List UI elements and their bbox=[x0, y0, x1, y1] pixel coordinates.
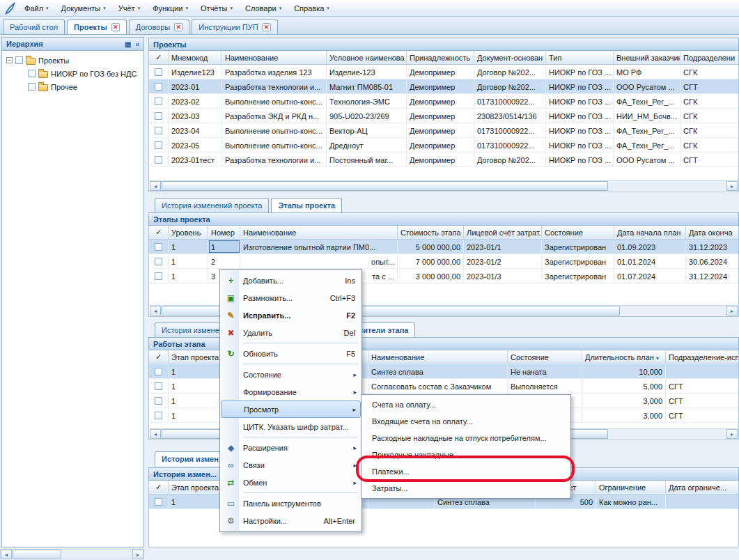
table-row[interactable]: 2023-01тестРазработка технологии и...Пос… bbox=[149, 153, 739, 167]
stage-tab[interactable]: История изменений проекта bbox=[155, 198, 269, 212]
table-row[interactable]: 12опыт...7 000 000,002023-01/2Зарегистри… bbox=[149, 254, 739, 269]
context-menu-item[interactable]: ✖УдалитьDel bbox=[221, 324, 361, 341]
column-header[interactable]: Мнемокод bbox=[169, 51, 222, 64]
main-tab[interactable]: Договоры✕ bbox=[129, 20, 189, 34]
menubar-item[interactable]: Отчёты▾ bbox=[194, 1, 239, 15]
context-menu-item[interactable]: ▣Размножить...Ctrl+F3 bbox=[221, 289, 361, 306]
menubar-item[interactable]: Словари▾ bbox=[239, 1, 288, 15]
context-menu-item[interactable]: ◆Расширения▸ bbox=[221, 439, 361, 456]
scroll-left-icon[interactable]: ◂ bbox=[150, 306, 161, 316]
row-checkbox[interactable] bbox=[155, 382, 162, 390]
context-menu-item[interactable]: Состояние▸ bbox=[221, 366, 361, 383]
stage-tab[interactable]: Этапы проекта bbox=[271, 198, 342, 212]
column-header[interactable]: Наименование bbox=[222, 51, 327, 64]
scroll-right-icon[interactable]: ▸ bbox=[726, 181, 738, 191]
column-header[interactable]: Документ-основан bbox=[474, 51, 546, 64]
scroll-left-icon[interactable]: ◂ bbox=[150, 181, 161, 191]
column-header[interactable]: Дата начала план bbox=[614, 226, 686, 239]
column-header[interactable]: Состояние bbox=[542, 226, 614, 239]
row-checkbox[interactable] bbox=[155, 127, 162, 134]
column-header[interactable]: Внешний заказчик bbox=[614, 51, 680, 64]
grid-icon[interactable]: ▦ bbox=[125, 40, 131, 48]
context-menu-item[interactable]: ⇄Обмен▸ bbox=[221, 474, 361, 491]
row-checkbox[interactable] bbox=[155, 98, 162, 105]
column-header[interactable]: Состояние bbox=[508, 350, 582, 364]
tree-expander-icon[interactable]: − bbox=[6, 57, 13, 63]
row-checkbox[interactable] bbox=[155, 112, 162, 120]
row-checkbox[interactable] bbox=[155, 156, 162, 164]
scrollbar-thumb[interactable] bbox=[162, 181, 608, 191]
row-checkbox[interactable] bbox=[155, 498, 162, 506]
close-icon[interactable]: ✕ bbox=[263, 23, 271, 31]
submenu-item[interactable]: Платежи... bbox=[362, 463, 570, 480]
context-menu-item[interactable]: Формирование▸ bbox=[221, 383, 361, 400]
column-header[interactable]: Номер bbox=[208, 226, 240, 239]
column-header[interactable]: Наименование bbox=[240, 226, 398, 239]
scroll-right-icon[interactable]: ▸ bbox=[726, 306, 738, 316]
table-row[interactable]: 2023-02Выполнение опытно-конс...Технолог… bbox=[149, 94, 739, 109]
context-menu-item[interactable]: ЦИТК. Указать шифр затрат... bbox=[221, 418, 361, 435]
context-menu-item[interactable]: ∞Связи▸ bbox=[221, 456, 361, 474]
row-checkbox[interactable] bbox=[155, 243, 162, 251]
row-checkbox[interactable] bbox=[155, 83, 162, 91]
scroll-right-icon[interactable]: ▸ bbox=[132, 550, 143, 559]
column-header[interactable]: Длительность план▾ bbox=[582, 350, 666, 364]
select-all-checkbox[interactable]: ✓ bbox=[149, 226, 169, 239]
context-menu-item[interactable]: ✎Исправить...F2 bbox=[221, 306, 361, 324]
context-menu-item[interactable]: ▭Панель инструментов bbox=[221, 495, 361, 512]
main-tab[interactable]: Проекты✕ bbox=[67, 20, 127, 34]
main-tab[interactable]: Инструкции ПУП✕ bbox=[192, 20, 277, 34]
row-checkbox[interactable] bbox=[155, 272, 162, 280]
table-row[interactable]: Изделие123Разработка изделия 123Изделие-… bbox=[149, 65, 739, 79]
row-checkbox[interactable] bbox=[155, 368, 162, 375]
table-row[interactable]: 2023-03Разработка ЭКД и РКД н...905-U020… bbox=[149, 109, 739, 123]
scrollbar-thumb[interactable] bbox=[13, 550, 61, 559]
table-row[interactable]: 2023-05Выполнение опытно-конс...Дредноут… bbox=[149, 138, 739, 153]
menubar-item[interactable]: Справка▾ bbox=[288, 1, 336, 15]
collapse-sidebar-icon[interactable]: « bbox=[135, 40, 139, 48]
submenu-item[interactable]: Расходные накладные на отпуск потребител… bbox=[362, 430, 570, 446]
submenu-item[interactable]: Приходные накладные... bbox=[362, 446, 570, 463]
tree-checkbox[interactable] bbox=[28, 70, 36, 77]
column-header[interactable]: Условное наименова bbox=[327, 51, 407, 64]
tree-node[interactable]: НИОКР по ГОЗ без НДС bbox=[3, 67, 142, 80]
tree-checkbox[interactable] bbox=[15, 56, 23, 64]
column-header[interactable]: Подразделени bbox=[680, 51, 739, 64]
row-checkbox[interactable] bbox=[155, 397, 162, 405]
column-header[interactable]: Принадлежность bbox=[407, 51, 474, 64]
context-menu-item[interactable]: ⚙Настройки...Alt+Enter bbox=[221, 512, 361, 529]
row-checkbox[interactable] bbox=[155, 68, 162, 76]
row-checkbox[interactable] bbox=[155, 258, 162, 265]
tree-checkbox[interactable] bbox=[28, 83, 36, 91]
tree-node[interactable]: −Проекты bbox=[3, 54, 142, 67]
close-icon[interactable]: ✕ bbox=[174, 23, 182, 31]
submenu-item[interactable]: Входящие счета на оплату... bbox=[362, 413, 570, 430]
column-header[interactable]: Уровень bbox=[169, 226, 208, 239]
table-row[interactable]: 2023-04Выполнение опытно-конс...Вектор-А… bbox=[149, 123, 739, 138]
column-header[interactable]: Дата ограниче... bbox=[666, 481, 739, 494]
scroll-left-icon[interactable]: ◂ bbox=[150, 429, 161, 439]
projects-horizontal-scrollbar[interactable]: ◂ ▸ bbox=[150, 180, 738, 191]
column-header[interactable]: Ограничение bbox=[596, 481, 666, 494]
context-menu-item[interactable]: ↻ОбновитьF5 bbox=[221, 345, 361, 362]
menubar-item[interactable]: Файл▾ bbox=[18, 1, 55, 15]
column-header[interactable]: Лицевой счёт затрат. bbox=[464, 226, 542, 239]
menubar-item[interactable]: Документы▾ bbox=[55, 1, 112, 15]
context-menu-item[interactable]: +Добавить...Ins bbox=[221, 272, 361, 289]
column-header[interactable]: Наименование bbox=[368, 350, 508, 364]
main-tab[interactable]: Рабочий стол bbox=[3, 20, 65, 34]
column-header[interactable]: Подразделение-исп... bbox=[666, 350, 739, 364]
column-header[interactable]: Дата оконча bbox=[686, 226, 739, 239]
column-header[interactable]: Стоимость этапа bbox=[398, 226, 464, 239]
table-row[interactable]: 11Изготовление опытной партии ПМ0...5 00… bbox=[149, 240, 739, 254]
column-header[interactable]: Тип bbox=[546, 51, 614, 64]
select-all-checkbox[interactable]: ✓ bbox=[149, 481, 169, 494]
select-all-checkbox[interactable]: ✓ bbox=[149, 350, 169, 364]
menubar-item[interactable]: Учёт▾ bbox=[112, 1, 146, 15]
submenu-item[interactable]: Затраты... bbox=[362, 480, 570, 497]
scroll-left-icon[interactable]: ◂ bbox=[1, 550, 12, 559]
context-menu-item[interactable]: Просмотр▸ bbox=[221, 400, 361, 418]
row-checkbox[interactable] bbox=[155, 412, 162, 419]
submenu-item[interactable]: Счета на оплату... bbox=[362, 396, 570, 413]
close-icon[interactable]: ✕ bbox=[111, 23, 120, 31]
